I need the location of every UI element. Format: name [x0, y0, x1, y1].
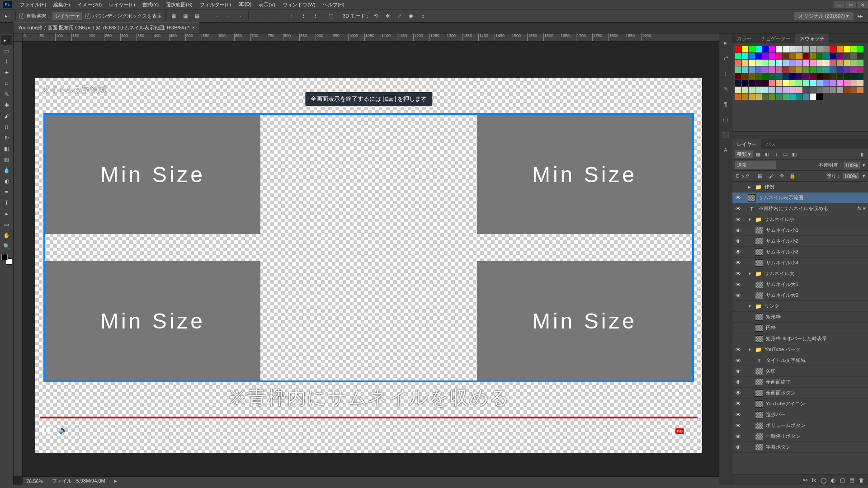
swatch[interactable]	[789, 87, 796, 93]
swatch[interactable]	[762, 53, 769, 59]
swatch[interactable]	[796, 94, 802, 100]
swatch[interactable]	[837, 73, 843, 80]
swatch[interactable]	[830, 73, 836, 80]
swatch[interactable]	[810, 73, 816, 80]
shape-tool[interactable]: ▭	[1, 220, 12, 230]
layer-name[interactable]: サムネイル小1	[766, 227, 798, 234]
swatch[interactable]	[850, 80, 857, 86]
swatch[interactable]	[803, 73, 809, 80]
swatch[interactable]	[830, 80, 836, 86]
swatch[interactable]	[776, 60, 782, 66]
swatch[interactable]	[803, 94, 809, 100]
swatch[interactable]	[769, 53, 775, 59]
blend-mode-select[interactable]: 通常	[735, 161, 776, 169]
swatch[interactable]	[749, 53, 755, 59]
swatch[interactable]	[810, 80, 816, 86]
layer-row[interactable]: 👁一時停止ボタン	[732, 431, 868, 442]
swatch[interactable]	[850, 87, 857, 93]
swatch[interactable]	[823, 46, 830, 52]
auto-select-mode-select[interactable]: レイヤー ▾	[52, 12, 82, 20]
visibility-toggle[interactable]: 👁	[734, 227, 742, 234]
filter-toggle[interactable]: ▮	[858, 151, 865, 158]
zoom-level[interactable]: 76.56%	[26, 479, 43, 484]
swatch[interactable]	[742, 53, 748, 59]
lock-all-icon[interactable]: 🔒	[789, 173, 796, 180]
expand-icon[interactable]: ▸	[721, 38, 730, 47]
menu-ファイル(F)[interactable]: ファイル(F)	[16, 0, 50, 9]
filter-type-icon[interactable]: T	[773, 151, 780, 158]
layer-thumbnail[interactable]	[755, 324, 763, 332]
layer-row[interactable]: ▼📁リンク	[732, 301, 868, 312]
swatch[interactable]	[742, 87, 748, 93]
menu-表示(V)[interactable]: 表示(V)	[255, 0, 279, 9]
swatch[interactable]	[816, 73, 823, 80]
swatch[interactable]	[749, 60, 755, 66]
swatch[interactable]	[823, 80, 830, 86]
swatch[interactable]	[857, 46, 863, 52]
adjustment-layer-icon[interactable]: ◐	[831, 477, 835, 483]
swatch[interactable]	[823, 87, 830, 93]
menu-ヘルプ(H)[interactable]: ヘルプ(H)	[319, 0, 348, 9]
layer-name[interactable]: サムネイル大	[764, 270, 794, 277]
type-tool[interactable]: T	[1, 198, 12, 208]
swatch[interactable]	[857, 80, 863, 86]
swatch[interactable]	[742, 80, 748, 86]
menu-編集(E)[interactable]: 編集(E)	[50, 0, 74, 9]
visibility-toggle[interactable]: 👁	[734, 260, 742, 266]
swatch[interactable]	[857, 66, 863, 73]
align-icon[interactable]: ⫠	[213, 12, 221, 20]
filter-pixel-icon[interactable]: ▦	[755, 151, 762, 158]
swatch[interactable]	[783, 80, 789, 86]
layer-thumbnail[interactable]	[755, 314, 763, 321]
layer-row[interactable]: ▶📁作例	[732, 182, 868, 192]
layer-name[interactable]: ボリュームボタン	[766, 422, 806, 429]
visibility-toggle[interactable]: 👁	[734, 282, 742, 288]
swatches-panel[interactable]	[732, 43, 868, 132]
link-layers-icon[interactable]: ⚯	[803, 477, 807, 483]
swatch[interactable]	[830, 87, 836, 93]
swatch[interactable]	[796, 46, 802, 52]
swatch[interactable]	[769, 73, 775, 80]
swatch[interactable]	[789, 46, 796, 52]
swatch[interactable]	[749, 73, 755, 80]
visibility-toggle[interactable]: 👁	[734, 292, 742, 299]
layer-row[interactable]: 👁▼📁YouTube パーツ	[732, 344, 868, 355]
swatch[interactable]	[844, 87, 850, 93]
layer-thumbnail[interactable]	[755, 259, 763, 267]
layer-name[interactable]: サムネイル表示範囲	[759, 194, 803, 201]
layer-thumbnail[interactable]	[755, 335, 763, 343]
expand-toggle[interactable]: ▶	[748, 185, 752, 189]
swatch[interactable]	[850, 60, 857, 66]
layer-thumbnail[interactable]	[748, 194, 756, 202]
swatch[interactable]	[803, 80, 809, 86]
layer-name[interactable]: 作例	[764, 183, 774, 190]
layer-name[interactable]: サムネイル小2	[766, 238, 798, 244]
3d-icon[interactable]: ⤢	[395, 12, 403, 20]
swatch[interactable]	[816, 87, 823, 93]
layer-thumbnail[interactable]	[755, 368, 763, 375]
swatch[interactable]	[755, 53, 762, 59]
swatch[interactable]	[749, 94, 755, 100]
swatch[interactable]	[803, 87, 809, 93]
layer-thumbnail[interactable]	[755, 444, 763, 451]
swatch[interactable]	[816, 80, 823, 86]
distribute-icon[interactable]: ⋮	[288, 12, 296, 20]
move-tool[interactable]: ▸+	[1, 35, 12, 45]
swatch[interactable]	[837, 53, 843, 59]
history-brush-tool[interactable]: ↻	[1, 133, 12, 143]
visibility-toggle[interactable]: 👁	[734, 347, 742, 353]
layer-row[interactable]: 👁サムネイル小2	[732, 236, 868, 247]
swatch[interactable]	[762, 46, 769, 52]
swatch[interactable]	[776, 94, 782, 100]
swatch[interactable]	[803, 53, 809, 59]
layer-row[interactable]: 👁サムネイル大2	[732, 290, 868, 301]
swatch[interactable]	[823, 53, 830, 59]
swatch[interactable]	[796, 73, 802, 80]
swatch[interactable]	[762, 66, 769, 73]
layer-row[interactable]: 矩形枠	[732, 312, 868, 323]
layer-row[interactable]: 👁進捗バー	[732, 409, 868, 420]
bounding-box-checkbox[interactable]: バウンディングボックスを表示	[85, 13, 162, 19]
layer-thumbnail[interactable]	[755, 433, 763, 440]
panel-icon[interactable]: A	[721, 145, 730, 155]
visibility-toggle[interactable]: 👁	[734, 379, 742, 385]
